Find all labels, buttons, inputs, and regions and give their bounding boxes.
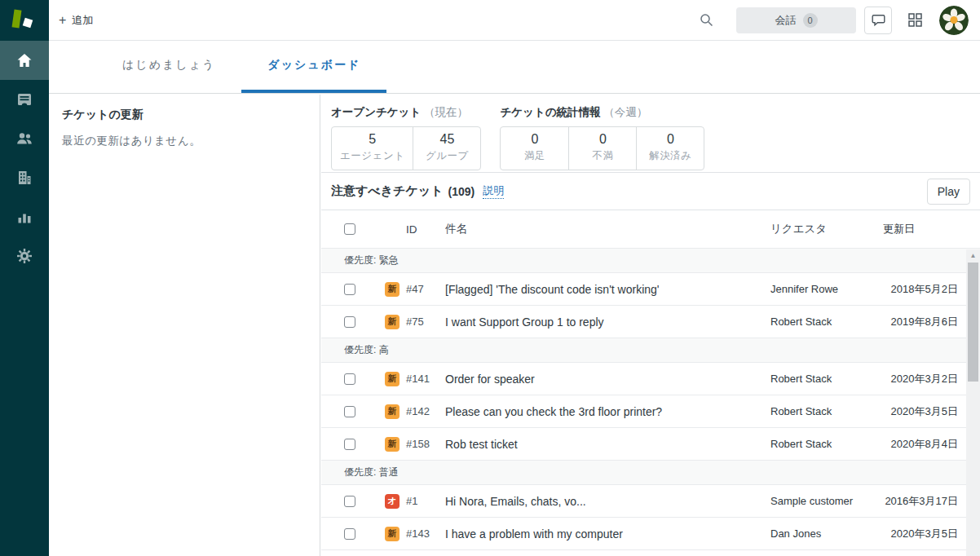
chat-bubble-icon xyxy=(871,12,886,28)
status-badge: 新 xyxy=(385,282,400,297)
column-header-updated[interactable]: 更新日 xyxy=(868,222,958,236)
ticket-subject[interactable]: I have a problem with my computer xyxy=(445,527,770,541)
select-all-checkbox[interactable] xyxy=(344,223,355,235)
stat-solved[interactable]: 0 解決済み xyxy=(636,127,704,170)
stat-good[interactable]: 0 満足 xyxy=(501,127,568,170)
ticket-row[interactable]: 新#141Order for speakerRobert Stack2020年3… xyxy=(321,363,980,395)
column-header-subject[interactable]: 件名 xyxy=(445,222,770,236)
explain-link[interactable]: 説明 xyxy=(483,183,504,199)
sidebar-item-reporting[interactable] xyxy=(0,197,49,236)
tab-get-started[interactable]: はじめましょう xyxy=(96,41,241,93)
row-checkbox-cell xyxy=(344,406,362,417)
stat-groups[interactable]: 45 グループ xyxy=(413,127,480,170)
stat-bad-label: 不満 xyxy=(577,149,628,163)
row-checkbox[interactable] xyxy=(344,496,355,507)
tab-dashboard[interactable]: ダッシュボード xyxy=(241,41,386,93)
row-checkbox[interactable] xyxy=(344,528,355,540)
ticket-row[interactable]: オ#1Hi Nora, Emails, chats, vo...Sample c… xyxy=(321,485,980,518)
row-checkbox-cell xyxy=(344,284,362,295)
row-checkbox[interactable] xyxy=(344,316,355,328)
tab-get-started-label: はじめましょう xyxy=(122,58,215,73)
chat-button[interactable] xyxy=(864,7,892,34)
status-badge: 新 xyxy=(385,372,400,386)
ticket-requester: Robert Stack xyxy=(770,405,868,417)
header-checkbox-cell xyxy=(344,223,362,235)
sidebar-item-organizations[interactable] xyxy=(0,158,49,197)
ticket-requester: Dan Jones xyxy=(770,527,868,540)
ticket-id: #1 xyxy=(406,495,445,507)
open-tickets-title: オープンチケット （現在） xyxy=(331,105,481,120)
stat-solved-label: 解決済み xyxy=(645,149,695,163)
ticket-subject[interactable]: [Flagged] 'The discount code isn't worki… xyxy=(445,283,770,296)
stat-agents-value: 5 xyxy=(340,132,404,147)
views-icon xyxy=(16,91,33,108)
sidebar-item-views[interactable] xyxy=(0,80,49,119)
ticket-row[interactable]: 新#158Rob test ticketRobert Stack2020年8月4… xyxy=(321,428,980,461)
add-button-label: 追加 xyxy=(72,13,93,28)
row-checkbox-cell xyxy=(344,316,362,328)
row-checkbox-cell xyxy=(344,373,362,385)
row-checkbox[interactable] xyxy=(344,439,355,450)
stat-agents[interactable]: 5 エージェント xyxy=(332,127,413,170)
ticket-row[interactable]: 新#75I want Support Group 1 to replyRober… xyxy=(321,306,980,338)
tickets-count: (109) xyxy=(448,185,475,198)
stat-groups-label: グループ xyxy=(422,149,472,163)
conversations-button[interactable]: 会話 0 xyxy=(736,7,856,33)
row-checkbox[interactable] xyxy=(344,373,355,385)
apps-grid-icon xyxy=(907,12,923,28)
ticket-id: #143 xyxy=(406,527,445,540)
ticket-subject[interactable]: Hi Nora, Emails, chats, vo... xyxy=(445,495,770,508)
ticket-subject[interactable]: Order for speaker xyxy=(445,373,770,386)
ticket-requester: Jennifer Rowe xyxy=(770,283,868,295)
home-icon xyxy=(16,52,33,68)
sidebar-item-home[interactable] xyxy=(0,41,49,80)
status-badge-cell: 新 xyxy=(385,372,400,386)
row-checkbox[interactable] xyxy=(344,406,355,417)
open-tickets-period: （現在） xyxy=(424,106,468,118)
sidebar xyxy=(0,0,49,556)
status-badge-cell: 新 xyxy=(385,315,400,329)
ticket-subject[interactable]: Rob test ticket xyxy=(445,438,770,451)
sidebar-item-customers[interactable] xyxy=(0,119,49,158)
stat-bad[interactable]: 0 不満 xyxy=(568,127,636,170)
user-avatar[interactable] xyxy=(939,6,969,35)
ticket-statistics-stats: チケットの統計情報 （今週） 0 満足 0 不満 0 解決済み xyxy=(500,105,704,172)
scroll-up-arrow[interactable]: ▲ xyxy=(966,249,980,262)
ticket-statistics-period: （今週） xyxy=(603,106,647,118)
ticket-updated: 2020年8月4日 xyxy=(868,437,958,452)
column-header-requester[interactable]: リクエスタ xyxy=(770,222,868,236)
row-checkbox[interactable] xyxy=(344,284,355,295)
ticket-id: #141 xyxy=(406,373,445,385)
column-header-id[interactable]: ID xyxy=(406,223,445,236)
ticket-updated: 2020年3月2日 xyxy=(868,372,958,386)
status-badge: 新 xyxy=(385,315,400,329)
ticket-row[interactable]: 新#142Please can you check the 3rd floor … xyxy=(321,395,980,428)
ticket-requester: Robert Stack xyxy=(770,316,868,328)
ticket-statistics-title: チケットの統計情報 （今週） xyxy=(500,105,704,120)
add-button[interactable]: + 追加 xyxy=(59,13,93,28)
gear-icon xyxy=(16,248,33,264)
scrollbar-thumb[interactable] xyxy=(968,263,978,382)
ticket-subject[interactable]: I want Support Group 1 to reply xyxy=(445,316,770,329)
ticket-updates-panel: チケットの更新 最近の更新はありません。 xyxy=(49,95,320,556)
table-scrollbar[interactable]: ▲ xyxy=(966,249,980,556)
status-badge-cell: 新 xyxy=(385,404,400,419)
app-logo[interactable] xyxy=(0,0,49,41)
stat-groups-value: 45 xyxy=(422,132,472,147)
ticket-row[interactable]: 新#143I have a problem with my computerDa… xyxy=(321,518,980,550)
ticket-row[interactable]: 新#47[Flagged] 'The discount code isn't w… xyxy=(321,273,980,306)
stat-good-value: 0 xyxy=(509,132,560,147)
ticket-groups: 優先度: 緊急新#47[Flagged] 'The discount code … xyxy=(321,249,980,550)
status-badge: 新 xyxy=(385,437,400,452)
ticket-subject[interactable]: Please can you check the 3rd floor print… xyxy=(445,405,770,418)
play-button[interactable]: Play xyxy=(927,179,970,205)
priority-group-header: 優先度: 高 xyxy=(321,338,980,363)
conversations-label: 会話 xyxy=(775,13,797,28)
apps-button[interactable] xyxy=(903,9,926,32)
tab-dashboard-label: ダッシュボード xyxy=(267,58,360,73)
search-button[interactable] xyxy=(694,8,718,33)
conversations-count-badge: 0 xyxy=(803,13,818,28)
plus-icon: + xyxy=(59,14,66,27)
ticket-updated: 2020年3月5日 xyxy=(868,527,958,541)
sidebar-item-admin[interactable] xyxy=(0,236,49,276)
